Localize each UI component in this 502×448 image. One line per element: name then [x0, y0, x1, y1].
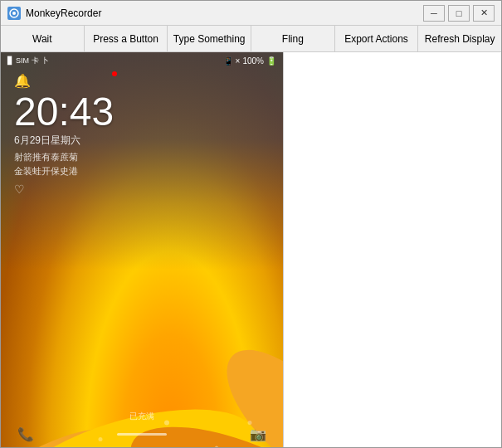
right-panel-scroll[interactable]: [284, 52, 501, 447]
type-something-button[interactable]: Type Something: [168, 26, 251, 51]
status-left: ▊ SIM 卡 卜: [7, 56, 49, 66]
main-content: ▊ SIM 卡 卜 📱 × 100% 🔋 🔔: [1, 52, 501, 447]
phone-icon: 📞: [17, 426, 34, 442]
battery-x: ×: [236, 56, 241, 66]
lock-notification-1: 射箭推有泰蔗菊: [14, 151, 114, 163]
lock-content: 🔔 20:43 6月29日星期六 射箭推有泰蔗菊 金装蛙开保史港 ♡: [14, 73, 114, 196]
press-button-button[interactable]: Press a Button: [85, 26, 168, 51]
lock-heart: ♡: [14, 183, 114, 196]
svg-point-1: [12, 12, 16, 15]
export-actions-button[interactable]: Export Actions: [335, 26, 419, 51]
battery-icon: 🔋: [266, 56, 276, 66]
camera-icon: 📷: [250, 426, 266, 442]
toolbar: Wait Press a Button Type Something Fling…: [1, 26, 501, 52]
lock-date: 6月29日星期六: [14, 134, 114, 148]
signal-bars: 卜: [41, 56, 49, 66]
charge-text: 已充满: [129, 411, 154, 422]
title-bar: MonkeyRecorder ─ □ ✕: [1, 1, 501, 26]
fling-button[interactable]: Fling: [251, 26, 335, 51]
minimize-button[interactable]: ─: [423, 5, 445, 22]
sim-label: SIM 卡: [16, 56, 39, 66]
lock-notification-2: 金装蛙开保史港: [14, 165, 114, 178]
right-panel: [283, 52, 501, 447]
phone-bottom: 已充满 📞 📷: [1, 406, 283, 447]
battery-percent: 100%: [242, 56, 264, 66]
phone-display[interactable]: ▊ SIM 卡 卜 📱 × 100% 🔋 🔔: [1, 52, 283, 447]
phone-screen: ▊ SIM 卡 卜 📱 × 100% 🔋 🔔: [1, 52, 283, 447]
signal-icon: ▊: [7, 56, 13, 65]
app-window: MonkeyRecorder ─ □ ✕ Wait Press a Button…: [0, 0, 502, 448]
close-button[interactable]: ✕: [473, 5, 495, 22]
maximize-button[interactable]: □: [448, 5, 470, 22]
app-icon: [7, 7, 21, 20]
refresh-display-button[interactable]: Refresh Display: [418, 26, 501, 51]
status-bar: ▊ SIM 卡 卜 📱 × 100% 🔋: [1, 52, 283, 69]
screen-brightness-icon: 📱: [223, 56, 233, 66]
wait-button[interactable]: Wait: [1, 26, 85, 51]
phone-nav: 📞 📷: [1, 426, 283, 442]
notification-bell: 🔔: [14, 73, 114, 89]
window-controls: ─ □ ✕: [423, 5, 495, 22]
status-right: 📱 × 100% 🔋: [223, 56, 276, 66]
lock-time: 20:43: [14, 92, 114, 132]
window-title: MonkeyRecorder: [26, 7, 423, 19]
